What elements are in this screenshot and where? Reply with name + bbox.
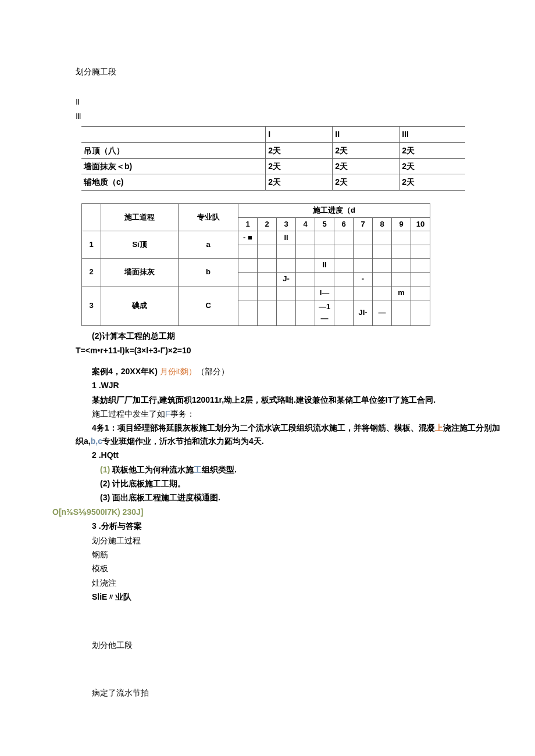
text-blue: 工: [194, 465, 202, 474]
c: [354, 231, 373, 245]
c: [296, 259, 315, 273]
c: [296, 245, 315, 259]
c: [277, 245, 296, 259]
c: II: [277, 231, 296, 245]
c: [296, 231, 315, 245]
page-content: 划分腌工段 Ⅱ Ⅲ I II III 吊顶（八） 2天 2天 2天 墙面抹灰＜b…: [0, 0, 535, 735]
roman-three: Ⅲ: [76, 110, 500, 123]
line-slie: SliE〃业队: [76, 590, 500, 603]
heading-divide: 划分腌工段: [76, 65, 500, 78]
c: [258, 259, 277, 273]
c: [315, 272, 334, 286]
c: [373, 245, 392, 259]
c: [334, 231, 354, 245]
c: —1—: [315, 300, 334, 326]
col-8: 8: [373, 217, 392, 231]
c: [238, 286, 258, 300]
line-divide-proc: 划分施工过程: [76, 534, 500, 547]
col-4: 4: [296, 217, 315, 231]
line-analysis: 3 .分析与答案: [76, 519, 500, 532]
c: —: [373, 300, 392, 326]
col-5: 5: [315, 217, 334, 231]
table-row: 1 Si顶 a - ■ II: [82, 231, 430, 245]
line-q3: (3) 面出底板工程施工进度模通图.: [76, 491, 500, 504]
line-determine-beat: 病定了流水节拍: [76, 686, 500, 699]
line-case: 案例4，20XX年K) 月份it麴）（部分）: [76, 365, 500, 378]
c: [354, 245, 373, 259]
text: 联板他工为何种流水施: [110, 465, 194, 474]
c: [411, 231, 430, 245]
line-wjr: 1 .WJR: [76, 379, 500, 392]
cell: 2天: [333, 174, 400, 190]
col-1: 1: [238, 217, 258, 231]
row-n: 2: [82, 259, 101, 286]
c: [315, 231, 334, 245]
text: 事务：: [170, 409, 195, 418]
col-2: 2: [258, 217, 277, 231]
spacer: [76, 194, 500, 200]
spacer: [76, 79, 500, 94]
text-blue: b,c: [91, 436, 102, 446]
c: -: [354, 272, 373, 286]
row-team: a: [179, 231, 238, 259]
c: [411, 259, 430, 273]
c: [238, 300, 258, 326]
c: [411, 286, 430, 300]
c: [238, 272, 258, 286]
cell: 2天: [400, 142, 465, 158]
c: [277, 259, 296, 273]
table-row: 墙面抹灰＜b) 2天 2天 2天: [81, 158, 465, 174]
cell: 2天: [266, 142, 333, 158]
cell: 2天: [266, 158, 333, 174]
c: [334, 272, 354, 286]
c: [258, 300, 277, 326]
header-sched: 施工进度（d: [238, 203, 430, 217]
line-task1: 4务1：项目经理部将延眼灰板施工划分为二个流水诙工段组织流水施工，并将钢筋、模板…: [76, 421, 500, 447]
spacer: [76, 358, 500, 364]
c: [354, 286, 373, 300]
text-blue: F: [165, 409, 170, 418]
c: [334, 259, 354, 273]
line-calc-title: (2)计算本工程的总工期: [76, 329, 500, 342]
table-row: 吊顶（八） 2天 2天 2天: [81, 142, 465, 158]
text-orange: 上: [435, 423, 443, 432]
c: [411, 300, 430, 326]
c: [334, 300, 354, 326]
table-header-row: I II III: [81, 127, 465, 142]
c: [392, 272, 411, 286]
c: [392, 245, 411, 259]
cell: 2天: [400, 174, 465, 190]
text-olive: (1): [100, 465, 110, 474]
cell-label: 吊顶（八）: [81, 142, 266, 158]
c: J-: [277, 272, 296, 286]
row-team: C: [179, 286, 238, 325]
header-iii: III: [400, 127, 465, 142]
cell-label: 辅地质（c): [81, 174, 266, 190]
text: 某妨织厂厂加工行,建筑面积120011r,坳上2层，板式珞咄.建设兼位和某储工单…: [92, 395, 436, 404]
header-ii: II: [333, 127, 400, 142]
c: [277, 286, 296, 300]
text: 案例4，20XX年K): [92, 367, 160, 376]
c: [258, 231, 277, 245]
roman-two: Ⅱ: [76, 95, 500, 108]
row-n: 1: [82, 231, 101, 259]
line-q1: (1) 联板他工为何种流水施工组织类型.: [76, 463, 500, 476]
c: JI-: [354, 300, 373, 326]
col-10: 10: [411, 217, 430, 231]
header-team: 专业队: [179, 203, 238, 231]
c: [373, 231, 392, 245]
row-proc: 碘成: [101, 286, 179, 325]
c: [296, 286, 315, 300]
row-team: b: [179, 259, 238, 286]
line-desc: 某妨织厂厂加工行,建筑面积120011r,坳上2层，板式珞咄.建设兼位和某储工单…: [76, 393, 500, 406]
header-blank: [82, 203, 101, 231]
table-row: 2 墙面抹灰 b II: [82, 259, 430, 273]
col-9: 9: [392, 217, 411, 231]
text: （部分）: [197, 367, 229, 376]
line-hqtt: 2 .HQtt: [76, 449, 500, 461]
line-formwork: 模板: [76, 562, 500, 575]
c: [373, 272, 392, 286]
row-n: 3: [82, 286, 101, 325]
cell: 2天: [266, 174, 333, 190]
row-proc: Si顶: [101, 231, 179, 259]
